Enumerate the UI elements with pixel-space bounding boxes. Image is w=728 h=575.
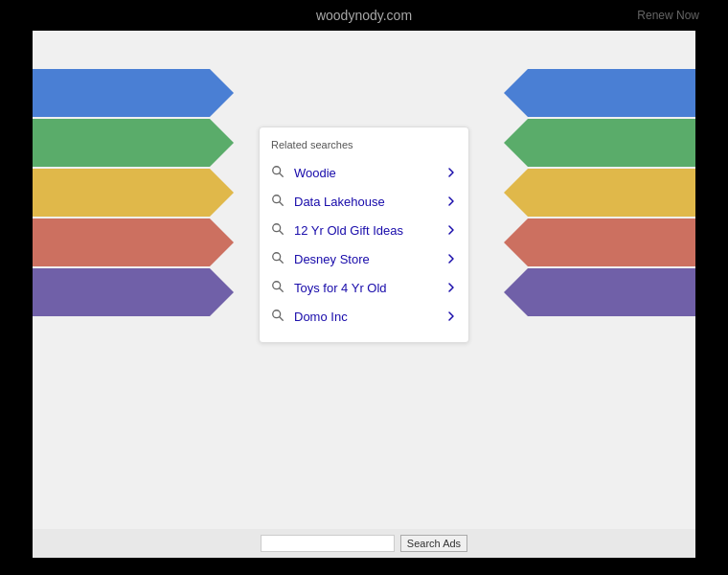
search-item-label-1: Data Lakehouse	[294, 195, 445, 209]
search-item-label-4: Toys for 4 Yr Old	[294, 281, 445, 295]
svg-marker-4	[33, 268, 234, 316]
svg-line-19	[280, 288, 284, 292]
left-arrow-green	[33, 119, 224, 165]
search-icon-2	[271, 222, 286, 238]
top-bar: woodynody.com Renew Now	[0, 0, 728, 31]
right-arrow-blue	[504, 69, 695, 115]
chevron-right-icon-1	[445, 196, 457, 207]
search-icon-1	[271, 194, 286, 209]
left-arrow-red	[33, 218, 224, 264]
search-item-label-5: Domo Inc	[294, 310, 445, 324]
site-title: woodynody.com	[316, 8, 412, 23]
right-arrow-purple	[504, 268, 695, 314]
svg-line-15	[280, 231, 284, 235]
chevron-right-icon-3	[445, 253, 457, 264]
left-arrow-blue	[33, 69, 224, 115]
svg-line-13	[280, 202, 284, 206]
search-item-3[interactable]: Desney Store	[260, 244, 468, 273]
search-item-label-0: Woodie	[294, 166, 445, 180]
search-panel: Related searches Woodie Data Lakehouse	[259, 126, 469, 343]
svg-marker-2	[33, 169, 234, 217]
svg-marker-6	[504, 119, 695, 167]
search-item-4[interactable]: Toys for 4 Yr Old	[260, 273, 468, 302]
svg-marker-5	[504, 69, 695, 117]
search-item-2[interactable]: 12 Yr Old Gift Ideas	[260, 216, 468, 244]
search-item-5[interactable]: Domo Inc	[260, 302, 468, 331]
chevron-right-icon-5	[445, 310, 457, 322]
right-arrow-yellow	[504, 169, 695, 215]
search-icon-5	[271, 309, 286, 324]
svg-line-17	[280, 260, 284, 264]
search-icon-3	[271, 251, 286, 266]
svg-marker-1	[33, 119, 234, 167]
search-item-label-3: Desney Store	[294, 252, 445, 266]
bottom-bar: Search Ads	[33, 529, 695, 558]
svg-marker-9	[504, 268, 695, 316]
svg-line-21	[280, 317, 284, 321]
right-arrows	[485, 69, 695, 318]
chevron-right-icon-2	[445, 224, 457, 236]
svg-marker-3	[33, 218, 234, 266]
svg-marker-7	[504, 169, 695, 217]
right-arrow-green	[504, 119, 695, 165]
search-item-0[interactable]: Woodie	[260, 158, 468, 187]
search-item-label-2: 12 Yr Old Gift Ideas	[294, 223, 445, 238]
svg-marker-8	[504, 218, 695, 266]
left-arrow-purple	[33, 268, 224, 314]
left-arrows	[33, 69, 243, 318]
left-arrow-yellow	[33, 169, 224, 215]
search-input-bottom[interactable]	[261, 535, 395, 552]
chevron-right-icon-0	[445, 167, 457, 178]
search-ads-button[interactable]: Search Ads	[400, 535, 467, 552]
search-icon-0	[271, 165, 286, 180]
svg-line-11	[280, 173, 284, 177]
renew-now-button[interactable]: Renew Now	[637, 9, 699, 22]
search-item-1[interactable]: Data Lakehouse	[260, 187, 468, 216]
main-frame: Related searches Woodie Data Lakehouse	[33, 31, 695, 529]
chevron-right-icon-4	[445, 282, 457, 293]
right-arrow-red	[504, 218, 695, 264]
search-items-container: Woodie Data Lakehouse 12	[260, 158, 468, 331]
related-searches-label: Related searches	[260, 139, 468, 158]
search-icon-4	[271, 280, 286, 295]
svg-marker-0	[33, 69, 234, 117]
